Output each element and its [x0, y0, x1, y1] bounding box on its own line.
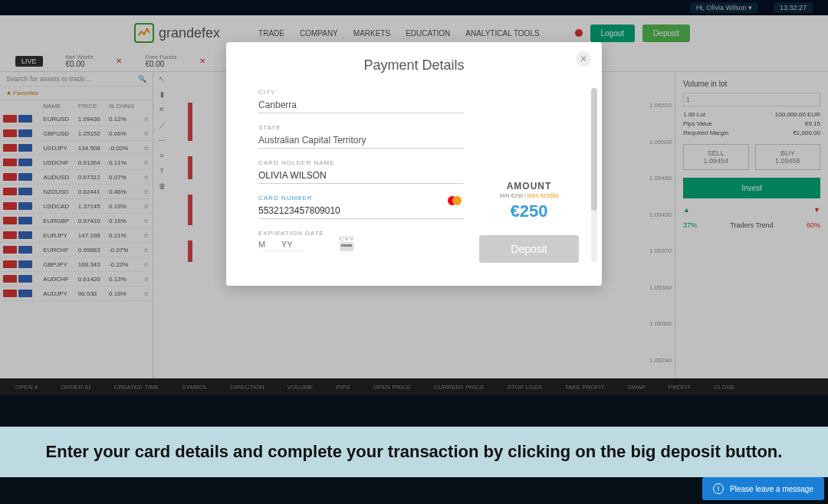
holder-input[interactable] [258, 168, 464, 184]
state-label: STATE [258, 124, 464, 131]
amount-range: MIN €250 / MAX €15000 [479, 193, 579, 198]
exp-yy-input[interactable] [281, 238, 304, 251]
instruction-caption: Enter your card details and complete you… [0, 427, 828, 477]
holder-label: CARD HOLDER NAME [258, 159, 464, 166]
exp-label: EXPIRATION DATE [258, 230, 324, 237]
city-input[interactable] [258, 97, 464, 113]
svg-point-5 [452, 196, 462, 205]
city-label: CITY [258, 89, 464, 96]
chat-widget[interactable]: ! Please leave a message [702, 477, 824, 500]
modal-deposit-button[interactable]: Deposit [479, 235, 579, 263]
chat-label: Please leave a message [730, 485, 813, 493]
card-label: CARD NUMBER [258, 195, 464, 201]
chat-icon: ! [713, 483, 724, 494]
cvv-label: CVV [340, 235, 354, 242]
state-input[interactable] [258, 133, 464, 149]
payment-modal: ✕ Payment Details CITY STATE CARD HOLDER… [226, 42, 602, 286]
cvv-icon [340, 242, 353, 251]
exp-mm-input[interactable] [258, 238, 281, 251]
mastercard-icon [445, 195, 464, 207]
amount-value[interactable]: €250 [479, 201, 579, 221]
card-input[interactable] [258, 203, 464, 219]
modal-scrollbar[interactable] [591, 88, 597, 263]
modal-title: Payment Details [249, 57, 579, 74]
close-icon[interactable]: ✕ [576, 51, 591, 67]
amount-label: AMOUNT [479, 181, 579, 191]
